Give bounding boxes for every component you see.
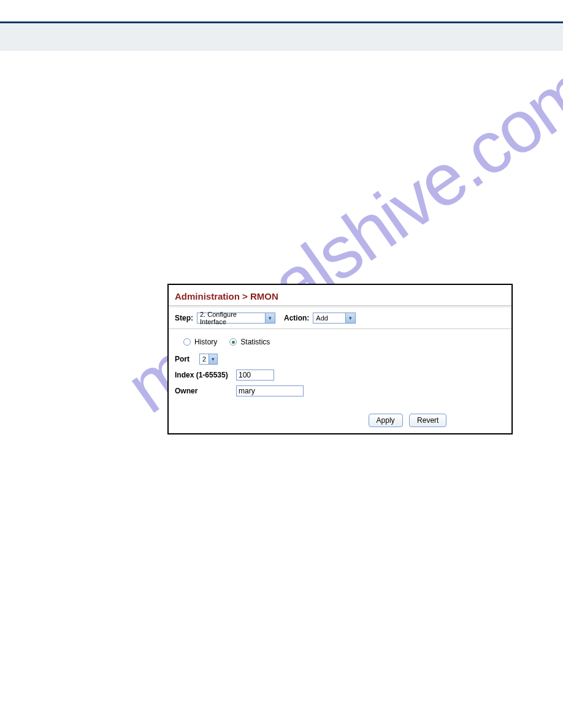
radio-icon bbox=[183, 338, 191, 346]
chevron-down-icon: ▾ bbox=[345, 313, 355, 323]
owner-row: Owner bbox=[175, 385, 505, 396]
action-select[interactable]: Add ▾ bbox=[313, 313, 356, 324]
port-label: Port bbox=[175, 355, 199, 363]
history-radio-item[interactable]: History bbox=[183, 338, 217, 346]
port-select-value: 2 bbox=[202, 355, 206, 363]
header-band bbox=[0, 23, 563, 51]
chevron-down-icon: ▾ bbox=[209, 354, 217, 364]
mode-radio-group: History Statistics bbox=[183, 338, 505, 346]
owner-input[interactable] bbox=[236, 385, 304, 396]
radio-icon bbox=[229, 338, 237, 346]
owner-label: Owner bbox=[175, 387, 236, 395]
revert-button[interactable]: Revert bbox=[409, 414, 446, 427]
panel-title: Administration > RMON bbox=[169, 285, 511, 305]
rmon-panel: Administration > RMON Step: 2. Configure… bbox=[167, 284, 513, 434]
form-body: History Statistics Port 2 ▾ Index (1-655… bbox=[169, 329, 511, 410]
statistics-radio-item[interactable]: Statistics bbox=[229, 338, 270, 346]
port-select[interactable]: 2 ▾ bbox=[199, 354, 218, 365]
button-row: Apply Revert bbox=[169, 410, 511, 433]
index-row: Index (1-65535) bbox=[175, 370, 505, 381]
statistics-radio-label: Statistics bbox=[240, 338, 270, 346]
port-row: Port 2 ▾ bbox=[175, 354, 505, 365]
action-label: Action: bbox=[284, 314, 309, 322]
index-label: Index (1-65535) bbox=[175, 371, 236, 379]
index-input[interactable] bbox=[236, 370, 274, 381]
apply-button[interactable]: Apply bbox=[369, 414, 403, 427]
step-row: Step: 2. Configure Interface ▾ Action: A… bbox=[169, 308, 511, 329]
step-label: Step: bbox=[175, 314, 193, 322]
chevron-down-icon: ▾ bbox=[265, 313, 275, 323]
history-radio-label: History bbox=[194, 338, 217, 346]
action-select-value: Add bbox=[316, 314, 343, 322]
step-select[interactable]: 2. Configure Interface ▾ bbox=[197, 313, 275, 324]
step-select-value: 2. Configure Interface bbox=[200, 311, 262, 325]
